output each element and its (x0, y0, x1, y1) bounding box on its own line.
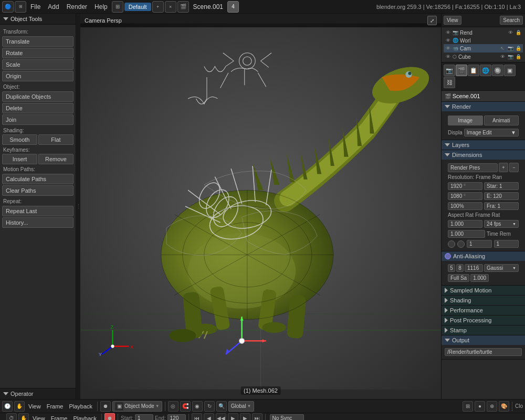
end-frame-field[interactable]: E: 120 (484, 192, 519, 200)
prev-frame-btn[interactable]: ◀ (204, 413, 214, 421)
tab-view[interactable]: View (444, 16, 461, 25)
fps-dropdown[interactable]: 24 fps ▼ (484, 220, 519, 228)
tl-view-menu[interactable]: View (30, 415, 47, 421)
tab-search[interactable]: Search (500, 16, 523, 25)
aspect-y-field[interactable]: 1.000 (448, 230, 485, 238)
next-frame-btn[interactable]: ▶ (240, 413, 250, 421)
tools-icon-2[interactable]: 🔍 (216, 401, 227, 412)
left-resize-handle[interactable]: ⋮ (76, 14, 80, 399)
outliner-item-cube[interactable]: 👁 ⬡ Cube 👁 📷 🔒 (444, 52, 523, 61)
flat-btn[interactable]: Flat (38, 134, 74, 145)
shading-mode-icon[interactable]: ● (475, 401, 485, 412)
aa-full-btn[interactable]: Full Sa (448, 274, 469, 282)
jump-start-btn[interactable]: ⏮ (192, 413, 202, 421)
render-icon[interactable]: 🎬 (177, 1, 189, 13)
menu-add[interactable]: Add (45, 2, 62, 12)
props-icon-world[interactable]: 🔘 (492, 65, 503, 76)
scale-btn[interactable]: Scale (2, 59, 74, 70)
preset-remove-btn[interactable]: − (509, 163, 519, 172)
render-section-header[interactable]: Render (442, 102, 525, 111)
time-val2-field[interactable]: 1 (494, 240, 519, 248)
pan-icon[interactable]: ✋ (14, 401, 25, 412)
clear-paths-btn[interactable]: Clear Paths (2, 185, 74, 196)
translate-btn[interactable]: Translate (2, 36, 74, 47)
menu-help[interactable]: Help (91, 2, 111, 12)
record-btn[interactable]: ⏺ (104, 413, 115, 421)
remove-keyframe-btn[interactable]: Remove (38, 154, 74, 164)
tl-frame-menu[interactable]: Frame (49, 415, 70, 421)
layer-vis-icon[interactable]: ⊞ (463, 401, 473, 412)
post-processing-header[interactable]: Post Processing (442, 316, 525, 325)
outliner-item-cam[interactable]: 👁 📹 Cam ↖ 📷 🔒 (444, 44, 523, 52)
close-layout-icon[interactable]: × (165, 1, 176, 13)
prop-edit-icon[interactable]: ◉ (192, 401, 203, 412)
pivot-icon[interactable]: ◎ (168, 401, 178, 412)
aa-num2[interactable]: 8 (456, 264, 464, 272)
origin-btn[interactable]: Origin (2, 71, 74, 81)
outliner-item-worl[interactable]: 👁 🌐 Worl (444, 37, 523, 44)
overlay-icon[interactable]: ⊕ (487, 401, 497, 412)
fra-field[interactable]: Fra: 1 (484, 202, 519, 210)
res-width-field[interactable]: 1920 ° (448, 182, 482, 190)
res-height-field[interactable]: 1080 ° (448, 192, 482, 200)
props-icon-scene2[interactable]: 🌐 (480, 65, 491, 76)
view-menu[interactable]: View (26, 403, 43, 410)
aa-full-val-field[interactable]: 1.000 (470, 274, 489, 282)
window-icon[interactable]: ⊞ (15, 1, 26, 13)
display-dropdown[interactable]: Image Edit ▼ (464, 129, 519, 136)
aa-toggle[interactable] (445, 253, 451, 259)
play-btn[interactable]: ▶ (228, 413, 238, 421)
animation-render-btn[interactable]: Animati (484, 116, 519, 125)
start-frame-field[interactable]: Star: 1 (484, 182, 519, 190)
jump-end-btn[interactable]: ⏭ (252, 413, 262, 421)
tl-end-field[interactable] (167, 414, 186, 420)
cube-lock-btn[interactable]: 🔒 (514, 53, 522, 60)
stamp-header[interactable]: Stamp (442, 326, 525, 335)
props-icon-obj[interactable]: ▣ (504, 65, 516, 76)
cam-render-btn[interactable]: 📷 (507, 45, 514, 52)
props-icon-render[interactable]: 🎬 (456, 65, 467, 76)
aspect-x-field[interactable]: 1.000 (448, 220, 482, 228)
rotate-btn[interactable]: Rotate (2, 48, 74, 58)
rend-vis-btn[interactable]: 👁 (507, 29, 514, 36)
outliner-item-rend[interactable]: 👁 📷 Rend 👁 🔒 (444, 28, 523, 37)
viewport-maximize-btn[interactable]: ⤢ (427, 16, 437, 25)
performance-header[interactable]: Performance (442, 306, 525, 315)
viewport[interactable]: X Z Y (80, 14, 441, 399)
history-btn[interactable]: History... (2, 217, 74, 228)
duplicate-btn[interactable]: Duplicate Objects (2, 91, 74, 102)
delete-btn[interactable]: Delete (2, 103, 74, 113)
smooth-btn[interactable]: Smooth (2, 134, 37, 145)
tl-editor-icon[interactable]: ⏱ (6, 413, 17, 421)
playback-menu[interactable]: Playback (67, 403, 94, 410)
props-icon-layer[interactable]: 📋 (468, 65, 479, 76)
snap-icon[interactable]: 🧲 (180, 401, 191, 412)
layers-section-header[interactable]: Layers (442, 140, 525, 150)
frame-menu[interactable]: Frame (45, 403, 66, 410)
sampled-motion-header[interactable]: Sampled Motion (442, 286, 525, 295)
tl-start-field[interactable] (135, 414, 153, 420)
tl-sync-dropdown[interactable]: No Sync (270, 414, 304, 420)
menu-render[interactable]: Render (64, 2, 90, 12)
editor-type-icon[interactable]: 🕐 (2, 401, 13, 412)
anim-icon[interactable]: ⏺ (100, 401, 111, 412)
menu-file[interactable]: File (27, 2, 44, 12)
output-header[interactable]: Output (442, 335, 525, 345)
image-render-btn[interactable]: Image (448, 116, 483, 125)
join-btn[interactable]: Join (2, 114, 74, 125)
toggle-2[interactable] (457, 240, 465, 248)
props-icon-constraint[interactable]: ⛓ (444, 77, 455, 88)
global-dropdown[interactable]: Global ▼ (228, 401, 254, 412)
aa-section-header[interactable]: Anti-Aliasing (442, 251, 525, 261)
cam-lock-btn[interactable]: 🔒 (514, 45, 522, 52)
calculate-paths-btn[interactable]: Calculate Paths (2, 174, 74, 184)
tools-icon-1[interactable]: ↻ (204, 401, 215, 412)
repeat-last-btn[interactable]: Repeat Last (2, 206, 74, 216)
aa-num3[interactable]: 1116 (465, 264, 483, 272)
aa-filter-dropdown[interactable]: Gaussi ▼ (484, 264, 519, 272)
render-preset-dropdown[interactable]: Render Pres (448, 163, 498, 172)
tl-hand-icon[interactable]: ✋ (18, 413, 29, 421)
insert-keyframe-btn[interactable]: Insert (2, 154, 37, 164)
time-val-field[interactable]: 1 (467, 240, 492, 248)
cube-vis-btn[interactable]: 👁 (499, 53, 506, 60)
